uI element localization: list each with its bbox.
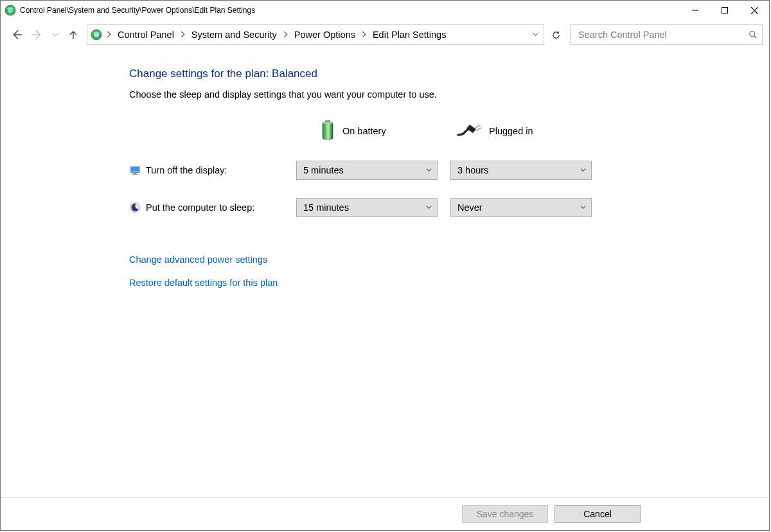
link-restore-default-settings[interactable]: Restore default settings for this plan: [129, 278, 278, 288]
svg-line-10: [477, 128, 481, 130]
footer: Save changes Cancel: [1, 497, 769, 530]
svg-point-5: [750, 31, 755, 37]
links-section: Change advanced power settings Restore d…: [129, 254, 769, 288]
address-dropdown-icon[interactable]: [530, 31, 541, 39]
maximize-button[interactable]: [710, 1, 740, 20]
chevron-right-icon[interactable]: [282, 31, 289, 39]
column-header-plugged-in: Plugged in: [450, 123, 598, 138]
chevron-right-icon[interactable]: [179, 31, 186, 39]
breadcrumb-control-panel[interactable]: Control Panel: [115, 28, 177, 41]
combo-value: 5 minutes: [303, 165, 344, 175]
combo-sleep-plugged[interactable]: Never: [450, 198, 592, 217]
link-change-advanced-power-settings[interactable]: Change advanced power settings: [129, 254, 267, 265]
column-label-plugged: Plugged in: [489, 126, 533, 136]
window-title: Control Panel\System and Security\Power …: [20, 6, 255, 15]
moon-icon: [129, 202, 141, 213]
battery-icon: [319, 119, 336, 143]
search-box[interactable]: [570, 24, 763, 45]
content-area: Change settings for the plan: Balanced C…: [1, 49, 769, 530]
back-button[interactable]: [10, 28, 24, 42]
combo-display-plugged[interactable]: 3 hours: [450, 161, 592, 180]
window: Control Panel\System and Security\Power …: [0, 0, 770, 531]
svg-rect-14: [132, 174, 138, 175]
chevron-down-icon: [580, 166, 586, 174]
row-label-sleep: Put the computer to sleep:: [146, 202, 254, 213]
chevron-down-icon: [426, 166, 432, 174]
plug-icon: [457, 123, 483, 138]
address-bar-icon: [90, 28, 103, 41]
chevron-right-icon[interactable]: [105, 31, 112, 39]
save-changes-button[interactable]: Save changes: [462, 505, 548, 523]
toolbar: Control Panel System and Security Power …: [1, 20, 769, 49]
breadcrumb-edit-plan-settings[interactable]: Edit Plan Settings: [370, 28, 448, 41]
chevron-down-icon: [426, 204, 432, 211]
forward-button[interactable]: [30, 28, 44, 42]
breadcrumb-system-and-security[interactable]: System and Security: [189, 28, 279, 41]
close-button[interactable]: [740, 1, 769, 20]
row-turn-off-display: Turn off the display:: [129, 164, 290, 176]
window-controls: [680, 1, 769, 20]
combo-value: Never: [457, 202, 483, 213]
combo-sleep-battery[interactable]: 15 minutes: [296, 198, 438, 217]
search-icon[interactable]: [748, 30, 758, 40]
svg-point-4: [94, 32, 99, 37]
svg-rect-7: [323, 122, 333, 139]
row-label-display: Turn off the display:: [146, 165, 227, 175]
combo-value: 15 minutes: [303, 202, 349, 213]
button-label: Save changes: [477, 509, 534, 519]
svg-rect-12: [131, 167, 139, 172]
monitor-icon: [129, 164, 141, 176]
button-label: Cancel: [583, 509, 612, 519]
address-bar[interactable]: Control Panel System and Security Power …: [87, 24, 544, 45]
control-panel-icon: [4, 4, 16, 16]
up-button[interactable]: [66, 28, 80, 42]
row-put-computer-to-sleep: Put the computer to sleep:: [129, 202, 290, 213]
search-input[interactable]: [577, 29, 748, 40]
page-heading: Change settings for the plan: Balanced: [129, 67, 769, 80]
title-bar: Control Panel\System and Security\Power …: [1, 1, 769, 20]
minimize-button[interactable]: [680, 1, 710, 20]
refresh-button[interactable]: [548, 27, 563, 42]
svg-point-8: [323, 122, 333, 125]
cancel-button[interactable]: Cancel: [554, 505, 641, 523]
chevron-right-icon[interactable]: [360, 31, 368, 39]
svg-line-9: [475, 125, 480, 128]
svg-rect-2: [722, 8, 728, 13]
recent-locations-button[interactable]: [51, 28, 60, 42]
column-label-battery: On battery: [342, 126, 386, 136]
settings-grid: On battery Plugged in: [129, 119, 769, 217]
column-header-on-battery: On battery: [296, 119, 444, 143]
combo-value: 3 hours: [457, 165, 488, 175]
combo-display-battery[interactable]: 5 minutes: [296, 161, 438, 180]
breadcrumb-power-options[interactable]: Power Options: [292, 28, 358, 41]
chevron-down-icon: [580, 204, 586, 211]
page-subtitle: Choose the sleep and display settings th…: [129, 89, 769, 100]
svg-rect-13: [134, 173, 137, 174]
